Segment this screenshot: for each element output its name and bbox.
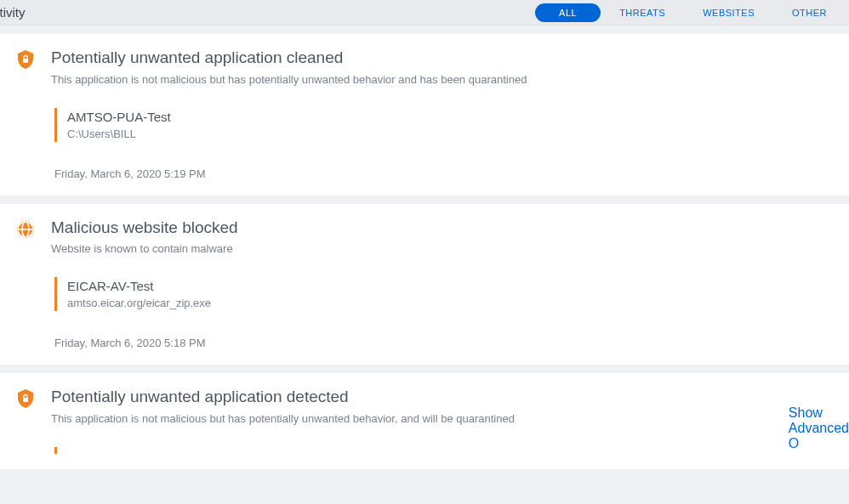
activity-item: Potentially unwanted application cleaned… [0,34,849,195]
filter-tabs: ALL THREATS WEBSITES OTHER [535,3,849,22]
activity-text: Malicious website blocked Website is kno… [43,218,849,256]
globe-icon [9,218,43,240]
activity-body: AMTSO-PUA-Test C:\Users\BILL [54,108,849,142]
tab-other[interactable]: OTHER [773,3,846,22]
show-advanced-link[interactable]: Show Advanced O [789,405,849,451]
activity-text: Potentially unwanted application detecte… [43,387,849,425]
activity-subtitle: This application is not malicious but ha… [51,412,849,425]
detail-name: AMTSO-PUA-Test [67,110,849,124]
activity-title: Potentially unwanted application cleaned [51,48,849,69]
activity-list: Potentially unwanted application cleaned… [0,25,849,469]
page-title: ctivity [0,5,26,20]
activity-header: Potentially unwanted application cleaned… [0,48,849,86]
detail-block: AMTSO-PUA-Test C:\Users\BILL [54,108,849,142]
activity-subtitle: This application is not malicious but ha… [51,73,849,86]
activity-title: Malicious website blocked [51,218,849,239]
activity-header: Potentially unwanted application detecte… [0,387,849,425]
detail-name: EICAR-AV-Test [67,279,849,293]
tab-all[interactable]: ALL [535,3,601,22]
tab-threats[interactable]: THREATS [601,3,684,22]
activity-item: Potentially unwanted application detecte… [0,373,849,469]
activity-body: EICAR-AV-Test amtso.eicar.org/eicar_zip.… [54,277,849,311]
detail-block: EICAR-AV-Test amtso.eicar.org/eicar_zip.… [54,277,849,311]
activity-header: Malicious website blocked Website is kno… [0,218,849,256]
tab-websites[interactable]: WEBSITES [684,3,773,22]
detail-path: C:\Users\BILL [67,127,849,140]
detail-block [54,447,849,454]
header-bar: ctivity ALL THREATS WEBSITES OTHER [0,0,849,25]
activity-text: Potentially unwanted application cleaned… [43,48,849,86]
activity-subtitle: Website is known to contain malware [51,242,849,255]
svg-rect-5 [23,398,28,402]
shield-lock-icon [9,48,43,70]
activity-timestamp: Friday, March 6, 2020 5:18 PM [54,337,849,349]
svg-rect-0 [23,59,28,63]
activity-item: Malicious website blocked Website is kno… [0,204,849,365]
shield-lock-icon [9,387,43,409]
activity-title: Potentially unwanted application detecte… [51,387,849,408]
activity-timestamp: Friday, March 6, 2020 5:19 PM [54,167,849,180]
detail-path: amtso.eicar.org/eicar_zip.exe [67,297,849,309]
